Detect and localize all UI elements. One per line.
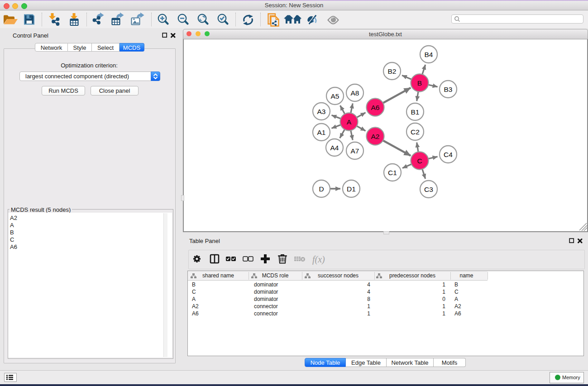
svg-text:C3: C3: [424, 186, 433, 193]
svg-text:A6: A6: [371, 104, 380, 111]
svg-text:B: B: [417, 79, 422, 87]
svg-text:D: D: [319, 185, 324, 193]
svg-text:f(x): f(x): [312, 254, 325, 265]
svg-text:D1: D1: [347, 185, 356, 193]
svg-text:C4: C4: [444, 151, 453, 158]
svg-text:C: C: [417, 157, 422, 165]
svg-text:A8: A8: [351, 89, 359, 97]
svg-text:A: A: [347, 118, 352, 126]
svg-text:B1: B1: [411, 108, 420, 116]
svg-text:C2: C2: [411, 128, 420, 136]
svg-text:A3: A3: [317, 108, 326, 115]
svg-text:A7: A7: [351, 147, 359, 155]
svg-text:A4: A4: [330, 144, 339, 152]
svg-text:A5: A5: [331, 92, 339, 100]
svg-text:B3: B3: [444, 86, 453, 93]
svg-text:B4: B4: [425, 51, 433, 58]
svg-text:B2: B2: [388, 67, 397, 75]
svg-text:C1: C1: [388, 169, 397, 176]
svg-text:A2: A2: [371, 133, 380, 140]
svg-text:A1: A1: [317, 129, 326, 136]
